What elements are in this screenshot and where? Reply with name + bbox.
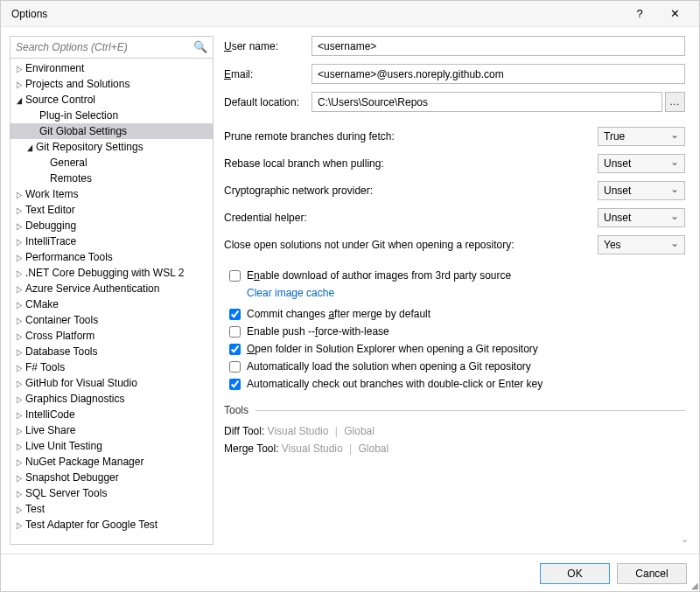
chevron-right-icon[interactable]: ▷ xyxy=(15,300,24,310)
chevron-right-icon[interactable]: ▷ xyxy=(15,253,24,262)
chevron-right-icon[interactable]: ▷ xyxy=(15,80,24,89)
tree-item[interactable]: ▷Debugging xyxy=(10,218,213,233)
auto-checkout-checkbox[interactable] xyxy=(229,379,241,390)
chevron-right-icon[interactable]: ▷ xyxy=(15,363,24,373)
tree-item-label: SQL Server Tools xyxy=(24,487,107,499)
prune-dropdown[interactable]: True xyxy=(598,127,685,146)
chevron-right-icon[interactable]: ▷ xyxy=(15,190,24,199)
chevron-right-icon[interactable]: ▷ xyxy=(15,410,24,420)
rebase-dropdown[interactable]: Unset xyxy=(598,154,685,173)
chevron-right-icon[interactable]: ▷ xyxy=(15,316,24,325)
chevron-right-icon[interactable]: ▷ xyxy=(15,379,24,388)
tree-item[interactable]: ▷IntelliTrace xyxy=(10,233,213,249)
tree-item[interactable]: ▷Live Unit Testing xyxy=(10,438,213,454)
tree-item[interactable]: ▷Text Editor xyxy=(10,202,213,218)
force-lease-label: Enable push --force-with-lease xyxy=(247,325,389,338)
merge-tool-vs[interactable]: Visual Studio xyxy=(282,442,343,455)
ok-button[interactable]: OK xyxy=(540,563,610,584)
chevron-right-icon[interactable]: ▷ xyxy=(15,489,24,498)
scroll-down-icon[interactable]: ⌄ xyxy=(224,533,690,545)
tree-item[interactable]: ▷Projects and Solutions xyxy=(10,76,213,92)
tree-item[interactable]: ▷Performance Tools xyxy=(10,249,213,265)
chevron-right-icon[interactable]: ▷ xyxy=(15,520,24,530)
tree-item[interactable]: Git Global Settings xyxy=(10,123,213,139)
open-folder-checkbox[interactable] xyxy=(229,344,241,355)
tree-item[interactable]: ▷Snapshot Debugger xyxy=(10,470,213,485)
tree-item[interactable]: ▷CMake xyxy=(10,296,213,312)
author-images-checkbox[interactable] xyxy=(229,270,241,282)
chevron-right-icon[interactable]: ▷ xyxy=(15,268,24,278)
form-area: User name: Email: Default location: ... … xyxy=(224,36,690,533)
open-folder-label: Open folder in Solution Explorer when op… xyxy=(247,343,538,355)
tree-item[interactable]: ▷Live Share xyxy=(10,422,213,438)
tree-item[interactable]: ▷.NET Core Debugging with WSL 2 xyxy=(10,265,213,281)
chevron-right-icon[interactable]: ▷ xyxy=(15,426,24,435)
tree-item[interactable]: ▷Cross Platform xyxy=(10,328,213,344)
tree-item-label: Git Global Settings xyxy=(38,125,127,137)
tree-item[interactable]: ▷Environment xyxy=(10,60,213,76)
crypto-label: Cryptographic network provider: xyxy=(224,185,598,197)
author-images-label: Enable download of author images from 3r… xyxy=(247,269,511,282)
diff-tool-global[interactable]: Global xyxy=(344,425,374,437)
chevron-right-icon[interactable]: ▷ xyxy=(15,205,24,215)
tree-item[interactable]: ▷GitHub for Visual Studio xyxy=(10,375,213,391)
username-input[interactable] xyxy=(312,36,685,56)
tree-item[interactable]: General xyxy=(10,155,213,171)
search-input[interactable] xyxy=(10,37,213,58)
tree-item[interactable]: ▷Database Tools xyxy=(10,344,213,359)
tree-item-label: CMake xyxy=(24,298,59,310)
tree-item[interactable]: ▷NuGet Package Manager xyxy=(10,454,213,470)
tree-item[interactable]: ◢Git Repository Settings xyxy=(10,139,213,155)
commit-merge-checkbox[interactable] xyxy=(229,309,241,320)
search-box[interactable]: 🔍 xyxy=(10,37,213,59)
email-input[interactable] xyxy=(312,64,685,84)
tree-item[interactable]: ▷Azure Service Authentication xyxy=(10,281,213,296)
tree-item[interactable]: Plug-in Selection xyxy=(10,108,213,123)
chevron-right-icon[interactable]: ▷ xyxy=(15,442,24,451)
chevron-right-icon[interactable]: ▷ xyxy=(15,331,24,341)
chevron-right-icon[interactable]: ▷ xyxy=(15,347,24,357)
credential-dropdown[interactable]: Unset xyxy=(598,208,685,227)
close-solutions-dropdown[interactable]: Yes xyxy=(598,235,685,254)
tree-item-label: Graphics Diagnostics xyxy=(24,393,124,405)
browse-button[interactable]: ... xyxy=(665,92,685,112)
tree-item[interactable]: ▷Container Tools xyxy=(10,312,213,328)
help-icon[interactable]: ? xyxy=(622,7,657,20)
chevron-right-icon[interactable]: ▷ xyxy=(15,505,24,514)
tree-item[interactable]: ▷F# Tools xyxy=(10,359,213,375)
chevron-right-icon[interactable]: ▷ xyxy=(15,457,24,467)
chevron-right-icon[interactable]: ▷ xyxy=(15,64,24,73)
tree-item-label: Test Adapter for Google Test xyxy=(24,519,158,531)
options-tree[interactable]: ▷Environment▷Projects and Solutions◢Sour… xyxy=(10,59,213,544)
tree-item[interactable]: ▷Test Adapter for Google Test xyxy=(10,517,213,533)
chevron-right-icon[interactable]: ▷ xyxy=(15,473,24,483)
tree-item-label: Environment xyxy=(24,62,84,74)
tree-item[interactable]: ▷Test xyxy=(10,501,213,517)
tree-item[interactable]: ▷Work Items xyxy=(10,186,213,202)
force-lease-checkbox[interactable] xyxy=(229,326,241,338)
diff-tool-vs[interactable]: Visual Studio xyxy=(268,425,329,437)
tree-item[interactable]: ▷Graphics Diagnostics xyxy=(10,391,213,407)
cancel-button[interactable]: Cancel xyxy=(617,563,687,584)
close-icon[interactable]: ✕ xyxy=(657,7,692,20)
resize-grip-icon[interactable]: ◢ xyxy=(691,581,698,590)
tree-item[interactable]: ◢Source Control xyxy=(10,92,213,108)
clear-image-cache-link[interactable]: Clear image cache xyxy=(247,287,685,299)
chevron-right-icon[interactable]: ▷ xyxy=(15,394,24,404)
chevron-right-icon[interactable]: ▷ xyxy=(15,221,24,231)
chevron-down-icon[interactable]: ◢ xyxy=(15,95,24,105)
merge-tool-row: Merge Tool: Visual Studio | Global xyxy=(224,442,685,455)
chevron-right-icon[interactable]: ▷ xyxy=(15,284,24,294)
tree-item-label: General xyxy=(49,157,88,169)
tree-item[interactable]: ▷IntelliCode xyxy=(10,407,213,422)
tree-item-label: Performance Tools xyxy=(24,251,113,263)
auto-load-checkbox[interactable] xyxy=(229,361,241,373)
tree-item[interactable]: Remotes xyxy=(10,171,213,186)
merge-tool-global[interactable]: Global xyxy=(358,442,388,455)
crypto-dropdown[interactable]: Unset xyxy=(598,181,685,200)
default-location-input[interactable] xyxy=(312,92,662,112)
tree-item[interactable]: ▷SQL Server Tools xyxy=(10,485,213,501)
chevron-right-icon[interactable]: ▷ xyxy=(15,237,24,247)
email-label: Email: xyxy=(224,68,312,80)
chevron-down-icon[interactable]: ◢ xyxy=(25,143,34,152)
